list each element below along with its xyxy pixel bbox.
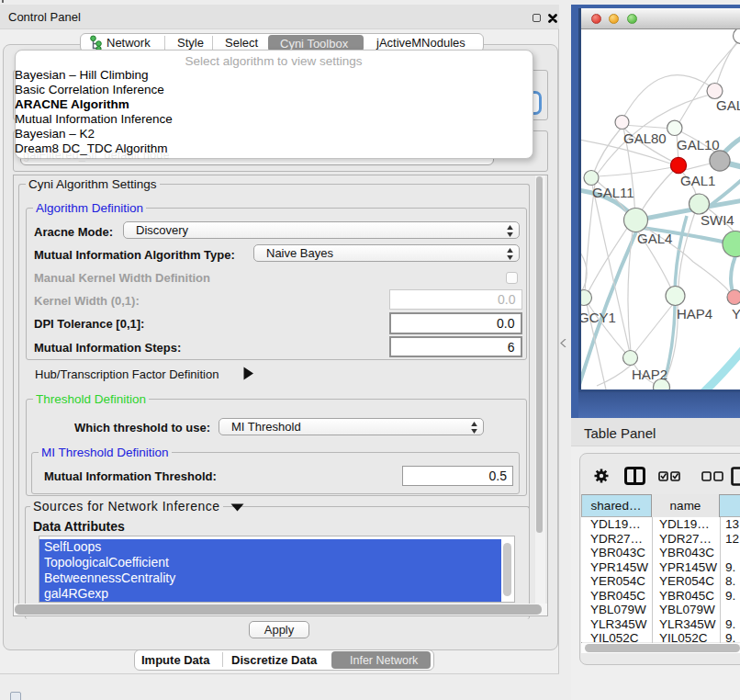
svg-text:GAL10: GAL10	[677, 137, 720, 152]
svg-text:HAP2: HAP2	[632, 367, 667, 382]
svg-text:SWI4: SWI4	[701, 212, 734, 228]
svg-text:GAL4: GAL4	[637, 231, 672, 246]
svg-text:HAP4: HAP4	[677, 306, 712, 322]
svg-text:GAL80: GAL80	[623, 130, 667, 146]
svg-text:GAL1: GAL1	[680, 173, 715, 188]
svg-text:Y: Y	[732, 306, 740, 322]
svg-text:GAL11: GAL11	[592, 185, 634, 200]
svg-text:GCY1: GCY1	[581, 310, 616, 325]
svg-text:GAL: GAL	[716, 97, 740, 113]
